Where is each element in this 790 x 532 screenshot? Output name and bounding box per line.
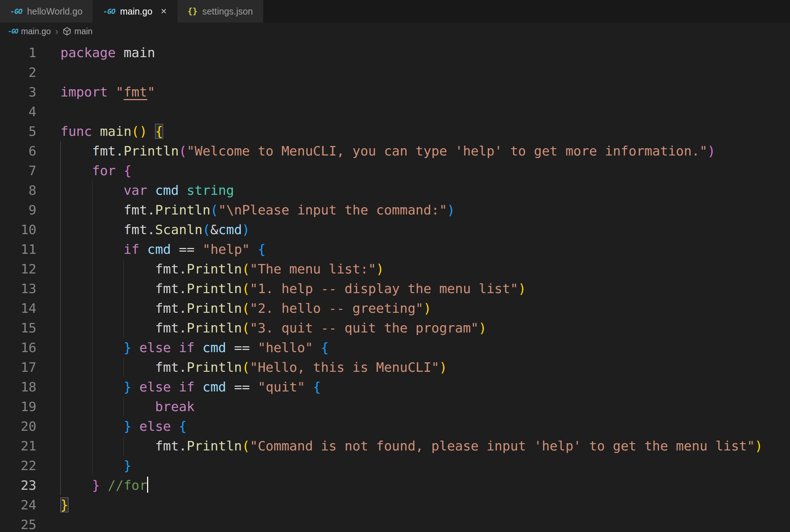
code-line[interactable]: 12 fmt.Println("The menu list:") (0, 259, 790, 279)
token-kw: else (139, 340, 171, 355)
indent-guide (92, 338, 124, 358)
code-line[interactable]: 16 } else if cmd == "hello" { (0, 338, 790, 358)
token-p1: ) (518, 281, 526, 296)
code-line[interactable]: 23 } //for (0, 476, 790, 495)
token-pl (250, 340, 258, 355)
line-number[interactable]: 15 (0, 318, 36, 338)
code-text: fmt.Println("1. help -- display the menu… (60, 281, 526, 296)
line-number[interactable]: 14 (0, 299, 36, 318)
breadcrumb-symbol[interactable]: main (63, 27, 92, 36)
line-number[interactable]: 22 (0, 456, 36, 476)
close-icon[interactable]: × (161, 6, 167, 16)
line-number[interactable]: 1 (0, 43, 36, 63)
line-number[interactable]: 2 (0, 63, 36, 82)
line-number[interactable]: 5 (0, 122, 36, 141)
tab-settings-json[interactable]: {} settings.json (177, 0, 264, 23)
line-number[interactable]: 4 (0, 102, 36, 122)
breadcrumb-file[interactable]: -GO main.go (8, 27, 51, 36)
token-pl (171, 379, 179, 394)
breadcrumb: -GO main.go › main (0, 23, 790, 40)
line-number[interactable]: 6 (0, 141, 36, 161)
code-line[interactable]: 7 for { (0, 161, 790, 181)
code-line[interactable]: 14 fmt.Println("2. hello -- greeting") (0, 299, 790, 318)
token-pl (226, 340, 234, 355)
token-p3: } (123, 379, 131, 394)
indent-guide (92, 240, 124, 259)
indent-guide (60, 259, 92, 279)
code-line[interactable]: 21 fmt.Println("Command is not found, pl… (0, 436, 790, 456)
token-kw: if (123, 242, 139, 257)
indent-guide (60, 318, 92, 338)
line-number[interactable]: 3 (0, 82, 36, 102)
indent-guide (60, 299, 92, 318)
token-p3: ( (210, 202, 218, 217)
line-number[interactable]: 21 (0, 436, 36, 456)
code-text: } (60, 458, 131, 473)
token-op: == (179, 242, 194, 257)
line-number[interactable]: 19 (0, 397, 36, 417)
line-number[interactable]: 13 (0, 279, 36, 299)
token-p1: ) (755, 438, 763, 453)
indent-guide (92, 456, 124, 476)
code-line[interactable]: 22 } (0, 456, 790, 476)
token-str: "quit" (258, 379, 305, 394)
token-pl: fmt. (155, 320, 187, 335)
tab-bar: -GO helloWorld.go -GO main.go × {} setti… (0, 0, 790, 23)
line-number[interactable]: 16 (0, 338, 36, 358)
code-line[interactable]: 24} (0, 495, 790, 515)
code-line[interactable]: 25 (0, 515, 790, 532)
indent-guide (123, 436, 155, 456)
token-op: == (234, 340, 250, 355)
token-kw: else (139, 379, 171, 394)
line-number[interactable]: 11 (0, 240, 36, 259)
code-line[interactable]: 3import "fmt" (0, 82, 790, 102)
code-line[interactable]: 15 fmt.Println("3. quit -- quit the prog… (0, 318, 790, 338)
token-str: "\nPlease input the command:" (218, 202, 447, 217)
code-line[interactable]: 19 break (0, 397, 790, 417)
line-number[interactable]: 7 (0, 161, 36, 181)
code-line[interactable]: 18 } else if cmd == "quit" { (0, 377, 790, 397)
code-line[interactable]: 9 fmt.Println("\nPlease input the comman… (0, 200, 790, 220)
code-text: var cmd string (60, 183, 234, 198)
code-line[interactable]: 17 fmt.Println("Hello, this is MenuCLI") (0, 358, 790, 377)
token-p3: } (123, 340, 131, 355)
token-kw: else (139, 419, 171, 434)
token-kw: var (123, 183, 147, 198)
indent-guide (60, 181, 92, 200)
indent-guide (60, 141, 92, 161)
code-line[interactable]: 10 fmt.Scanln(&cmd) (0, 220, 790, 240)
line-number[interactable]: 9 (0, 200, 36, 220)
token-fn: Println (187, 301, 242, 316)
line-number[interactable]: 8 (0, 181, 36, 200)
token-kw: if (179, 340, 194, 355)
code-area[interactable]: 1package main23import "fmt"45func main()… (0, 40, 790, 532)
code-line[interactable]: 5func main() { (0, 122, 790, 141)
line-number[interactable]: 24 (0, 495, 36, 515)
token-str: " (147, 84, 155, 99)
code-line[interactable]: 20 } else { (0, 417, 790, 436)
code-line[interactable]: 1package main (0, 43, 790, 63)
line-number[interactable]: 23 (0, 476, 36, 495)
line-number[interactable]: 12 (0, 259, 36, 279)
tab-helloworld-go[interactable]: -GO helloWorld.go (0, 0, 93, 23)
token-fn: main (100, 124, 131, 139)
code-line[interactable]: 2 (0, 63, 790, 82)
line-number[interactable]: 18 (0, 377, 36, 397)
code-line[interactable]: 8 var cmd string (0, 181, 790, 200)
indent-guide (123, 358, 155, 377)
line-number[interactable]: 17 (0, 358, 36, 377)
token-str: "The menu list:" (250, 261, 376, 276)
code-line[interactable]: 11 if cmd == "help" { (0, 240, 790, 259)
line-number[interactable]: 20 (0, 417, 36, 436)
tab-main-go[interactable]: -GO main.go × (93, 0, 177, 23)
line-number[interactable]: 10 (0, 220, 36, 240)
token-str: "Welcome to MenuCLI, you can type 'help'… (187, 143, 707, 158)
token-str: "Command is not found, please input 'hel… (250, 438, 755, 453)
line-number[interactable]: 25 (0, 515, 36, 532)
code-line[interactable]: 6 fmt.Println("Welcome to MenuCLI, you c… (0, 141, 790, 161)
code-line[interactable]: 4 (0, 102, 790, 122)
code-text: fmt.Println("\nPlease input the command:… (60, 202, 455, 217)
token-pl: fmt. (155, 438, 187, 453)
token-pl: fmt. (123, 202, 155, 217)
code-line[interactable]: 13 fmt.Println("1. help -- display the m… (0, 279, 790, 299)
